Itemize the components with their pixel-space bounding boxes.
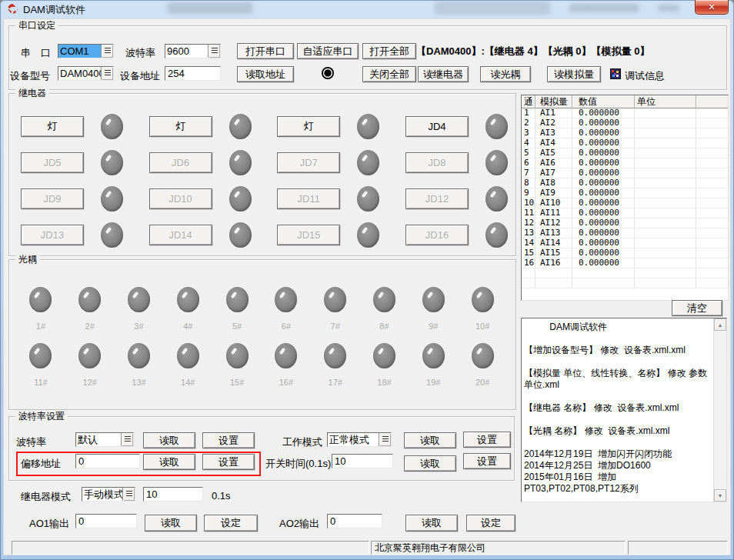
work-mode-set-button[interactable]: 设置 bbox=[463, 432, 511, 448]
baud-set-button[interactable]: 设置 bbox=[202, 432, 255, 448]
close-button[interactable]: ✕ bbox=[695, 0, 729, 15]
table-row[interactable]: 15 AI15 0.000000 bbox=[522, 248, 728, 258]
relay-led-indicator bbox=[357, 186, 379, 212]
opto-cell: 18# bbox=[360, 343, 409, 387]
info-scrollbar[interactable]: ▲ ▼ bbox=[713, 318, 726, 502]
relay-time-input[interactable] bbox=[143, 487, 203, 502]
table-row[interactable]: 2 AI2 0.000000 bbox=[522, 118, 728, 128]
col-header-analog[interactable]: 模拟量 bbox=[535, 95, 572, 108]
baud-setting-combobox[interactable]: 默认 bbox=[75, 432, 134, 447]
relay-cell: JD15 bbox=[277, 222, 380, 248]
opto-led-indicator bbox=[373, 343, 395, 368]
read-addr-button[interactable]: 读取地址 bbox=[237, 66, 294, 82]
table-row[interactable]: 7 AI7 0.000000 bbox=[522, 168, 728, 178]
switch-time-input[interactable] bbox=[332, 454, 393, 468]
table-row[interactable]: 8 AI8 0.000000 bbox=[522, 178, 728, 188]
table-row[interactable]: 12 AI12 0.000000 bbox=[522, 218, 728, 228]
relay-button[interactable]: JD4 bbox=[405, 116, 469, 137]
table-row[interactable] bbox=[522, 278, 728, 288]
ao2-set-button[interactable]: 设定 bbox=[466, 515, 515, 532]
relay-button[interactable]: JD8 bbox=[405, 152, 469, 173]
ao2-input[interactable] bbox=[327, 514, 382, 528]
table-row[interactable]: 10 AI10 0.000000 bbox=[522, 198, 728, 208]
table-row[interactable]: 4 AI4 0.000000 bbox=[522, 138, 728, 148]
relay-button[interactable]: JD7 bbox=[277, 152, 340, 173]
table-row[interactable]: 11 AI11 0.000000 bbox=[522, 208, 728, 218]
scroll-up-icon[interactable]: ▲ bbox=[714, 318, 726, 331]
group-opto-label: 光耦 bbox=[15, 253, 40, 266]
table-row[interactable]: 14 AI14 0.000000 bbox=[522, 238, 728, 248]
opto-cell: 19# bbox=[409, 343, 458, 387]
relay-cell: JD16 bbox=[405, 222, 509, 248]
ao1-input[interactable] bbox=[75, 514, 137, 528]
relay-button[interactable]: JD5 bbox=[21, 152, 84, 173]
col-header-unit[interactable]: 单位 bbox=[635, 95, 696, 108]
titlebar[interactable]: DAM调试软件 ✕ bbox=[0, 0, 734, 18]
ao2-read-button[interactable]: 读取 bbox=[405, 515, 458, 532]
relay-button[interactable]: JD14 bbox=[149, 225, 212, 245]
table-row[interactable]: 5 AI5 0.000000 bbox=[522, 148, 728, 158]
relay-mode-combobox[interactable]: 手动模式 bbox=[82, 487, 135, 502]
model-dropdown-icon[interactable] bbox=[101, 67, 113, 80]
relay-cell: JD6 bbox=[149, 149, 252, 175]
work-mode-dropdown-icon[interactable] bbox=[379, 433, 391, 446]
opto-cell: 17# bbox=[311, 343, 360, 387]
table-row[interactable]: 9 AI9 0.000000 bbox=[522, 188, 728, 198]
table-row[interactable]: 6 AI6 0.000000 bbox=[522, 158, 728, 168]
work-mode-read-button[interactable]: 读取 bbox=[404, 432, 456, 448]
info-panel[interactable]: DAM调试软件 【增加设备型号】 修改 设备表.xml.xml 【模拟量 单位、… bbox=[521, 318, 727, 502]
relay-button[interactable]: JD15 bbox=[277, 225, 340, 245]
debug-info-label[interactable]: 调试信息 bbox=[625, 69, 665, 83]
offset-addr-input[interactable] bbox=[75, 454, 140, 468]
close-all-button[interactable]: 关闭全部 bbox=[362, 66, 416, 82]
relay-button[interactable]: JD16 bbox=[405, 225, 469, 245]
relay-button[interactable]: JD13 bbox=[21, 225, 84, 245]
ao1-set-button[interactable]: 设定 bbox=[204, 515, 258, 532]
relay-cell: 灯 bbox=[277, 113, 380, 139]
relay-button[interactable]: 灯 bbox=[277, 116, 340, 137]
relay-button[interactable]: JD11 bbox=[277, 188, 340, 209]
opto-led-indicator bbox=[422, 287, 445, 312]
table-row[interactable] bbox=[522, 268, 728, 278]
device-status-line: 【DAM0400】:【继电器 4】【光耦 0】【模拟量 0】 bbox=[416, 45, 649, 58]
switch-time-read-button[interactable]: 读取 bbox=[404, 455, 456, 472]
work-mode-combobox[interactable]: 正常模式 bbox=[327, 432, 392, 447]
scroll-down-icon[interactable]: ▼ bbox=[714, 489, 726, 502]
baud-read-button[interactable]: 读取 bbox=[143, 432, 195, 448]
switch-time-set-button[interactable]: 设置 bbox=[463, 453, 511, 469]
relay-button[interactable]: JD6 bbox=[149, 152, 212, 173]
open-port-button[interactable]: 打开串口 bbox=[237, 43, 294, 59]
relay-button[interactable]: JD10 bbox=[149, 188, 212, 209]
port-combobox[interactable]: COM1 bbox=[58, 44, 114, 58]
read-relay-button[interactable]: 读继电器 bbox=[418, 66, 469, 82]
relay-cell: JD7 bbox=[277, 149, 380, 175]
offset-set-button[interactable]: 设置 bbox=[202, 454, 255, 470]
relay-button[interactable]: JD12 bbox=[405, 188, 469, 209]
open-all-button[interactable]: 打开全部 bbox=[362, 43, 416, 59]
ao1-read-button[interactable]: 读取 bbox=[145, 515, 197, 532]
table-row[interactable]: 13 AI13 0.000000 bbox=[522, 228, 728, 238]
model-combobox[interactable]: DAM0400 bbox=[58, 66, 114, 81]
table-row[interactable]: 1 AI1 0.000000 bbox=[522, 108, 728, 118]
baud-dropdown-icon[interactable] bbox=[208, 45, 220, 58]
relay-button[interactable]: JD9 bbox=[21, 188, 84, 209]
relay-led-indicator bbox=[357, 114, 379, 139]
baud-combobox[interactable]: 9600 bbox=[165, 44, 221, 58]
opto-cell: 2# bbox=[65, 287, 115, 331]
device-addr-input[interactable] bbox=[165, 66, 221, 81]
table-row[interactable]: 3 AI3 0.000000 bbox=[522, 128, 728, 138]
relay-mode-dropdown-icon[interactable] bbox=[122, 488, 135, 501]
read-analog-button[interactable]: 读模拟量 bbox=[547, 66, 601, 82]
relay-led-indicator bbox=[485, 222, 508, 248]
read-opto-button[interactable]: 读光耦 bbox=[480, 66, 531, 82]
port-dropdown-icon[interactable] bbox=[101, 45, 113, 58]
baud-setting-dropdown-icon[interactable] bbox=[121, 433, 133, 446]
relay-button[interactable]: 灯 bbox=[21, 116, 84, 137]
clear-button[interactable]: 清空 bbox=[672, 300, 722, 316]
col-header-channel[interactable]: 通 bbox=[522, 95, 535, 108]
auto-port-button[interactable]: 自适应串口 bbox=[297, 43, 359, 59]
table-row[interactable]: 16 AI16 0.000000 bbox=[522, 258, 728, 268]
relay-button[interactable]: 灯 bbox=[149, 116, 212, 137]
col-header-value[interactable]: 数值 bbox=[572, 95, 635, 108]
offset-read-button[interactable]: 读取 bbox=[143, 454, 195, 470]
